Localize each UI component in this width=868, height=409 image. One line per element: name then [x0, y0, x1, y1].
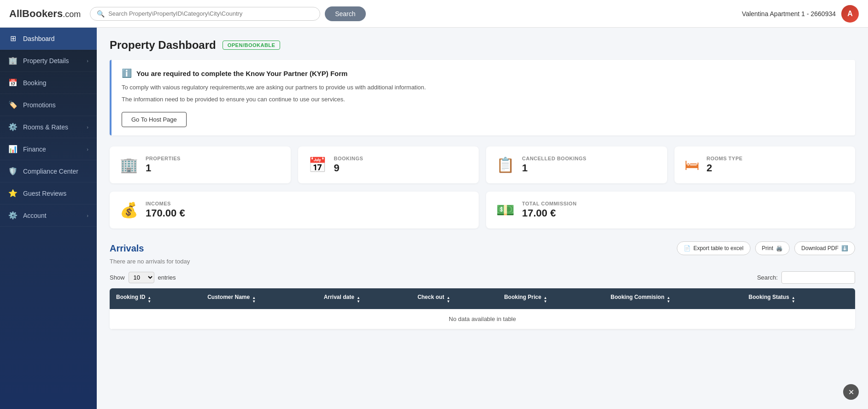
stat-label-cancelled-bookings: CANCELLED BOOKINGS: [522, 156, 586, 161]
logo-brand: AllBookers: [9, 8, 63, 19]
shield-icon: 🛡️: [8, 167, 18, 175]
table-header-cell[interactable]: Booking Price▲▼: [498, 288, 604, 309]
entries-select[interactable]: 10 25 50 100: [129, 272, 154, 283]
stat-card-rooms-type: 🛏 ROOMS TYPE 2: [674, 146, 856, 183]
download-label: Download PDF: [801, 245, 839, 251]
search-label: Search:: [757, 274, 778, 281]
avatar-letter: A: [847, 10, 853, 18]
show-entries: Show 10 25 50 100 entries: [110, 272, 176, 283]
stat-value-bookings: 9: [334, 162, 364, 174]
sidebar: ⊞ Dashboard 🏢 Property Details › 📅 Booki…: [0, 28, 97, 409]
download-pdf-button[interactable]: Download PDF ⬇️: [794, 241, 855, 255]
stat-label-incomes: INCOMES: [146, 201, 185, 206]
section-actions: 📄 Export table to excel Print 🖨️ Downloa…: [677, 241, 855, 255]
sidebar-item-promotions[interactable]: 🏷️ Promotions: [0, 94, 97, 116]
table-search: Search:: [757, 271, 855, 284]
sidebar-item-account[interactable]: ⚙️ Account ›: [0, 204, 97, 227]
print-label: Print: [762, 245, 774, 251]
table-row: No data available in table: [110, 309, 855, 329]
search-bar: 🔍: [90, 7, 320, 21]
chevron-icon: ›: [87, 146, 88, 152]
logo-tld: .com: [63, 10, 81, 19]
table-header: Booking ID▲▼Customer Name▲▼Arrival date▲…: [110, 288, 855, 309]
sort-arrows: ▲▼: [147, 296, 151, 304]
sidebar-item-label: Promotions: [23, 101, 56, 109]
kyp-desc2: The information need to be provided to e…: [122, 95, 845, 104]
stat-label-total-commission: TOTAL COMMISSION: [522, 201, 577, 206]
print-button[interactable]: Print 🖨️: [755, 241, 790, 255]
go-to-host-page-button[interactable]: Go To Host Page: [122, 112, 187, 127]
page-title: Property Dashboard: [110, 39, 216, 52]
layout: ⊞ Dashboard 🏢 Property Details › 📅 Booki…: [0, 28, 868, 409]
scroll-button[interactable]: ✕: [843, 384, 859, 400]
stat-card-total-commission: 💵 TOTAL COMMISSION 17.00 €: [486, 192, 855, 228]
stat-label-bookings: BOOKINGS: [334, 156, 364, 161]
table-header-cell[interactable]: Booking ID▲▼: [110, 288, 201, 309]
sidebar-item-dashboard[interactable]: ⊞ Dashboard: [0, 28, 97, 50]
page-title-row: Property Dashboard OPEN/BOOKABLE: [110, 39, 855, 52]
logo: AllBookers.com: [9, 8, 81, 20]
sort-arrows: ▲▼: [357, 296, 360, 304]
stat-value-incomes: 170.00 €: [146, 207, 185, 219]
table-controls: Show 10 25 50 100 entries Search:: [110, 271, 855, 284]
print-icon: 🖨️: [776, 245, 783, 251]
sidebar-item-label: Account: [23, 212, 47, 219]
table-header-cell[interactable]: Booking Commision▲▼: [604, 288, 742, 309]
sidebar-item-finance[interactable]: 📊 Finance ›: [0, 138, 97, 160]
stat-icon-rooms-type: 🛏: [685, 157, 699, 174]
sidebar-item-booking[interactable]: 📅 Booking: [0, 72, 97, 94]
stat-icon-bookings: 📅: [308, 156, 327, 174]
status-badge: OPEN/BOOKABLE: [223, 41, 281, 50]
sort-arrows: ▲▼: [667, 296, 670, 304]
search-input[interactable]: [108, 10, 313, 17]
kyp-title-row: ℹ️ You are required to complete the Know…: [122, 68, 845, 78]
sidebar-item-property-details[interactable]: 🏢 Property Details ›: [0, 50, 97, 72]
sidebar-item-label: Finance: [23, 146, 46, 153]
table-header-cell[interactable]: Booking Status▲▼: [742, 288, 855, 309]
sort-arrows: ▲▼: [544, 296, 547, 304]
star-icon: ⭐: [8, 189, 18, 198]
stat-icon-cancelled-bookings: 📋: [496, 156, 515, 174]
entries-label: entries: [158, 274, 176, 281]
main-content: Property Dashboard OPEN/BOOKABLE ℹ️ You …: [97, 28, 868, 409]
export-label: Export table to excel: [693, 245, 744, 251]
arrivals-table-wrapper: Booking ID▲▼Customer Name▲▼Arrival date▲…: [110, 288, 855, 329]
stat-card-cancelled-bookings: 📋 CANCELLED BOOKINGS 1: [486, 146, 667, 183]
sidebar-item-guest-reviews[interactable]: ⭐ Guest Reviews: [0, 182, 97, 204]
sidebar-item-label: Rooms & Rates: [23, 123, 68, 131]
top-header: AllBookers.com 🔍 Search Valentina Apartm…: [0, 0, 868, 28]
table-header-cell[interactable]: Customer Name▲▼: [201, 288, 317, 309]
table-header-cell[interactable]: Check out▲▼: [411, 288, 498, 309]
stats-grid2: 💰 INCOMES 170.00 € 💵 TOTAL COMMISSION 17…: [110, 192, 855, 228]
header-right: Valentina Apartment 1 - 2660934 A: [742, 5, 859, 23]
building-icon: 🏢: [8, 56, 18, 65]
arrivals-title: Arrivals: [110, 243, 144, 254]
stat-value-cancelled-bookings: 1: [522, 162, 586, 174]
stat-icon-total-commission: 💵: [496, 201, 515, 219]
export-excel-button[interactable]: 📄 Export table to excel: [677, 241, 751, 255]
stat-value-rooms-type: 2: [707, 162, 743, 174]
gear-icon: ⚙️: [8, 211, 18, 220]
no-data-cell: No data available in table: [110, 309, 855, 329]
search-icon: 🔍: [97, 10, 105, 18]
chevron-icon: ›: [87, 124, 88, 130]
table-header-cell[interactable]: Arrival date▲▼: [317, 288, 411, 309]
sort-arrows: ▲▼: [252, 296, 256, 304]
table-search-input[interactable]: [781, 271, 855, 284]
avatar: A: [841, 5, 859, 23]
sidebar-item-compliance-center[interactable]: 🛡️ Compliance Center: [0, 160, 97, 182]
kyp-title: You are required to complete the Know Yo…: [136, 70, 347, 77]
sidebar-item-label: Property Details: [23, 57, 69, 64]
info-icon: ℹ️: [122, 68, 132, 78]
grid-icon: ⊞: [8, 34, 18, 43]
sidebar-item-rooms-rates[interactable]: ⚙️ Rooms & Rates ›: [0, 116, 97, 138]
stat-value-properties: 1: [146, 162, 181, 174]
show-label: Show: [110, 274, 125, 281]
stat-card-properties: 🏢 PROPERTIES 1: [110, 146, 291, 183]
export-icon: 📄: [684, 245, 691, 251]
search-button[interactable]: Search: [325, 6, 365, 21]
no-arrivals-text: There are no arrivals for today: [110, 258, 855, 265]
stat-card-incomes: 💰 INCOMES 170.00 €: [110, 192, 479, 228]
sidebar-item-label: Guest Reviews: [23, 190, 66, 197]
stat-icon-incomes: 💰: [120, 201, 138, 219]
